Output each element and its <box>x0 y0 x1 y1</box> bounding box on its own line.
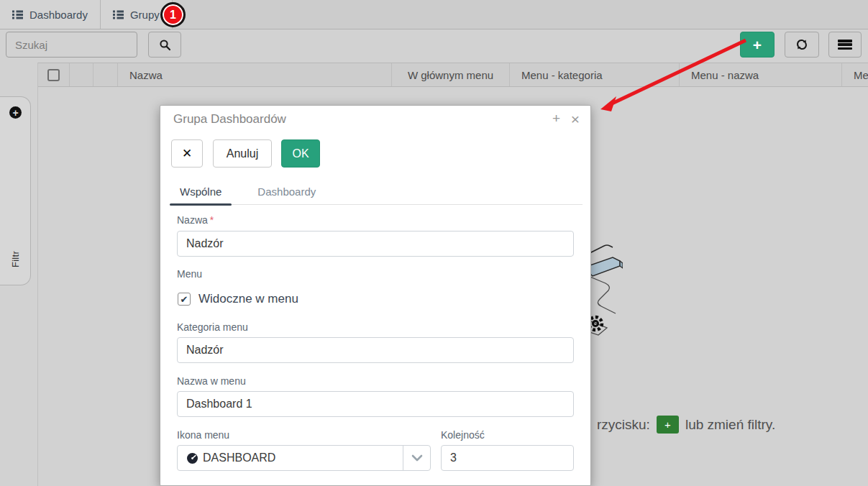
tab-wspolne[interactable]: Wspólne <box>170 178 232 204</box>
tab-label: Dashboardy <box>29 9 88 21</box>
grid-menu-button[interactable] <box>828 32 862 58</box>
search-input[interactable] <box>6 32 137 58</box>
menu-icon-select[interactable]: DASHBOARD <box>177 445 431 471</box>
dialog-expand-icon[interactable]: + <box>552 111 560 125</box>
menu-icon-selected-value: DASHBOARD <box>178 451 403 464</box>
table-header: Nazwa W głównym menu Menu - kategoria Me… <box>37 63 868 87</box>
order-label: Kolejność <box>441 429 485 441</box>
top-tab-bar: Dashboardy Grupy <box>0 0 868 29</box>
tab-label: Grupy <box>130 9 160 21</box>
menu-name-input[interactable] <box>177 391 574 417</box>
hint-text-before: rzycisku: <box>597 417 650 433</box>
hamburger-icon <box>838 40 852 50</box>
dialog-discard-button[interactable]: ✕ <box>171 139 203 168</box>
table-header-cell-cutoff[interactable]: Me <box>842 63 868 86</box>
list-icon <box>12 10 23 19</box>
tab-dashboardy-dialog[interactable]: Dashboardy <box>247 178 326 204</box>
filter-add-icon[interactable]: + <box>9 106 22 119</box>
search-button[interactable] <box>148 32 181 58</box>
empty-state-hint: rzycisku: + lub zmień filtry. <box>597 416 775 434</box>
menu-name-label: Nazwa w menu <box>177 375 246 387</box>
hint-add-button-icon: + <box>657 416 679 434</box>
chevron-down-icon <box>411 454 423 462</box>
dialog-title: Grupa Dashboardów <box>173 112 286 127</box>
menu-section-label: Menu <box>177 268 202 280</box>
visible-in-menu-checkbox[interactable]: ✔ <box>178 293 191 306</box>
name-field-label: Nazwa* <box>177 214 214 226</box>
table-header-cell-w-glownym-menu[interactable]: W głównym menu <box>392 63 510 86</box>
check-icon: ✔ <box>181 295 188 304</box>
empty-state-illustration <box>591 239 623 347</box>
name-input[interactable] <box>177 231 574 257</box>
table-header-cell-nazwa[interactable]: Nazwa <box>118 63 392 86</box>
table-left-border <box>37 63 38 486</box>
filter-panel-handle[interactable]: + Filtr <box>0 96 31 285</box>
select-all-checkbox[interactable] <box>47 69 60 81</box>
x-icon: ✕ <box>182 146 192 161</box>
table-header-cell-menu-kategoria[interactable]: Menu - kategoria <box>510 63 680 86</box>
tab-dashboardy[interactable]: Dashboardy <box>0 0 101 29</box>
search-icon <box>159 39 171 51</box>
list-icon <box>113 10 124 19</box>
table-header-cell-empty <box>93 63 118 86</box>
visible-in-menu-label: Widoczne w menu <box>198 292 298 306</box>
table-header-checkbox-cell <box>37 63 70 86</box>
dashboard-gauge-icon <box>186 452 198 464</box>
add-button[interactable]: + <box>740 32 775 58</box>
order-input[interactable] <box>441 445 574 471</box>
table-header-cell-empty <box>70 63 93 86</box>
hint-text-after: lub zmień filtry. <box>685 417 775 433</box>
ok-button[interactable]: OK <box>281 139 320 168</box>
annotation-step-badge: 1 <box>160 2 186 27</box>
dialog-tabs: Wspólne Dashboardy <box>170 178 583 205</box>
required-mark: * <box>210 214 214 226</box>
cancel-button[interactable]: Anuluj <box>213 139 272 168</box>
table-header-cell-menu-nazwa[interactable]: Menu - nazwa <box>680 63 842 86</box>
menu-category-label: Kategoria menu <box>177 321 248 333</box>
refresh-button[interactable] <box>785 32 819 58</box>
group-dialog: Grupa Dashboardów + × ✕ Anuluj OK Wspóln… <box>160 105 591 486</box>
menu-icon-label: Ikona menu <box>177 429 229 441</box>
refresh-icon <box>795 38 808 51</box>
dropdown-caret[interactable] <box>403 446 430 470</box>
dialog-close-icon[interactable]: × <box>571 111 580 127</box>
filter-label: Filtr <box>10 251 21 267</box>
menu-category-input[interactable] <box>177 337 574 363</box>
visible-in-menu-row[interactable]: ✔ Widoczne w menu <box>178 292 298 306</box>
plus-icon: + <box>753 37 762 52</box>
